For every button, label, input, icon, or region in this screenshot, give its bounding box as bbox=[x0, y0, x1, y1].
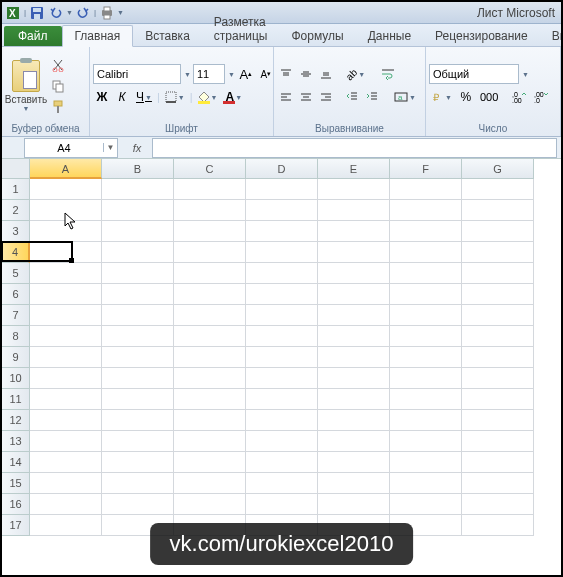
cell[interactable] bbox=[174, 347, 246, 368]
name-box[interactable] bbox=[25, 139, 103, 157]
cell[interactable] bbox=[102, 410, 174, 431]
cell[interactable] bbox=[102, 221, 174, 242]
column-header[interactable]: D bbox=[246, 159, 318, 179]
cell[interactable] bbox=[246, 284, 318, 305]
cell[interactable] bbox=[390, 410, 462, 431]
cell[interactable] bbox=[30, 242, 102, 263]
cell[interactable] bbox=[462, 410, 534, 431]
font-name-select[interactable] bbox=[93, 64, 181, 84]
cell[interactable] bbox=[390, 494, 462, 515]
cell[interactable] bbox=[318, 326, 390, 347]
cell[interactable] bbox=[30, 263, 102, 284]
print-preview-icon[interactable] bbox=[98, 4, 116, 22]
cell[interactable] bbox=[246, 200, 318, 221]
cell[interactable] bbox=[174, 305, 246, 326]
cell[interactable] bbox=[462, 452, 534, 473]
percent-button[interactable]: % bbox=[457, 87, 475, 107]
cell[interactable] bbox=[102, 200, 174, 221]
row-header[interactable]: 12 bbox=[2, 410, 30, 431]
number-format-select[interactable] bbox=[429, 64, 519, 84]
paste-button[interactable]: Вставить ▼ bbox=[5, 60, 47, 112]
cell[interactable] bbox=[246, 326, 318, 347]
row-header[interactable]: 14 bbox=[2, 452, 30, 473]
save-icon[interactable] bbox=[28, 4, 46, 22]
row-header[interactable]: 11 bbox=[2, 389, 30, 410]
row-header[interactable]: 2 bbox=[2, 200, 30, 221]
formula-bar-input[interactable] bbox=[152, 138, 557, 158]
align-middle-button[interactable] bbox=[297, 64, 315, 84]
border-button[interactable]: ▼ bbox=[162, 87, 188, 107]
cell[interactable] bbox=[318, 221, 390, 242]
increase-decimal-button[interactable]: ,0,00 bbox=[509, 87, 529, 107]
cell[interactable] bbox=[174, 326, 246, 347]
cell[interactable] bbox=[318, 242, 390, 263]
cell[interactable] bbox=[462, 515, 534, 536]
cell[interactable] bbox=[318, 305, 390, 326]
cell[interactable] bbox=[318, 431, 390, 452]
cell[interactable] bbox=[102, 305, 174, 326]
cell[interactable] bbox=[246, 494, 318, 515]
format-painter-icon[interactable] bbox=[49, 98, 67, 116]
comma-style-button[interactable]: 000 bbox=[477, 87, 501, 107]
excel-icon[interactable]: X bbox=[4, 4, 22, 22]
cell[interactable] bbox=[390, 284, 462, 305]
cell[interactable] bbox=[390, 221, 462, 242]
cell[interactable] bbox=[174, 473, 246, 494]
cell[interactable] bbox=[246, 221, 318, 242]
cell[interactable] bbox=[390, 200, 462, 221]
row-header[interactable]: 5 bbox=[2, 263, 30, 284]
cell[interactable] bbox=[174, 494, 246, 515]
decrease-decimal-button[interactable]: ,00,0 bbox=[531, 87, 551, 107]
select-all-corner[interactable] bbox=[2, 159, 30, 179]
number-format-dropdown[interactable]: ▼ bbox=[522, 71, 529, 78]
align-left-button[interactable] bbox=[277, 87, 295, 107]
cell[interactable] bbox=[318, 494, 390, 515]
cell[interactable] bbox=[462, 305, 534, 326]
column-header[interactable]: C bbox=[174, 159, 246, 179]
decrease-indent-button[interactable] bbox=[343, 87, 361, 107]
cell[interactable] bbox=[30, 494, 102, 515]
cell[interactable] bbox=[174, 263, 246, 284]
cell[interactable] bbox=[246, 242, 318, 263]
cell[interactable] bbox=[30, 305, 102, 326]
shrink-font-button[interactable]: A▾ bbox=[257, 64, 275, 84]
accounting-format-button[interactable]: ₽▼ bbox=[429, 87, 455, 107]
row-header[interactable]: 7 bbox=[2, 305, 30, 326]
cell[interactable] bbox=[30, 284, 102, 305]
row-header[interactable]: 9 bbox=[2, 347, 30, 368]
qat-customize-dropdown[interactable]: ▼ bbox=[117, 9, 124, 16]
cell[interactable] bbox=[462, 347, 534, 368]
cut-icon[interactable] bbox=[49, 56, 67, 74]
orientation-button[interactable]: ab▼ bbox=[343, 64, 368, 84]
cell[interactable] bbox=[390, 368, 462, 389]
font-color-button[interactable]: A▼ bbox=[223, 87, 246, 107]
cell[interactable] bbox=[318, 284, 390, 305]
cell[interactable] bbox=[30, 410, 102, 431]
column-header[interactable]: G bbox=[462, 159, 534, 179]
tab-page-layout[interactable]: Разметка страницы bbox=[202, 12, 280, 46]
cell[interactable] bbox=[30, 200, 102, 221]
cell[interactable] bbox=[390, 326, 462, 347]
cell[interactable] bbox=[102, 179, 174, 200]
align-bottom-button[interactable] bbox=[317, 64, 335, 84]
undo-dropdown[interactable]: ▼ bbox=[66, 9, 73, 16]
cell[interactable] bbox=[390, 242, 462, 263]
redo-icon[interactable] bbox=[74, 4, 92, 22]
cell[interactable] bbox=[174, 221, 246, 242]
cell[interactable] bbox=[390, 389, 462, 410]
cell[interactable] bbox=[30, 221, 102, 242]
cell[interactable] bbox=[246, 410, 318, 431]
cell[interactable] bbox=[246, 368, 318, 389]
merge-center-button[interactable]: a▼ bbox=[391, 87, 419, 107]
fill-color-button[interactable]: ▼ bbox=[195, 87, 221, 107]
cell[interactable] bbox=[102, 473, 174, 494]
align-center-button[interactable] bbox=[297, 87, 315, 107]
cell[interactable] bbox=[462, 368, 534, 389]
cell[interactable] bbox=[30, 347, 102, 368]
cell[interactable] bbox=[174, 452, 246, 473]
font-size-select[interactable] bbox=[193, 64, 225, 84]
cell[interactable] bbox=[30, 389, 102, 410]
cell[interactable] bbox=[390, 452, 462, 473]
cell[interactable] bbox=[174, 389, 246, 410]
cell[interactable] bbox=[102, 284, 174, 305]
